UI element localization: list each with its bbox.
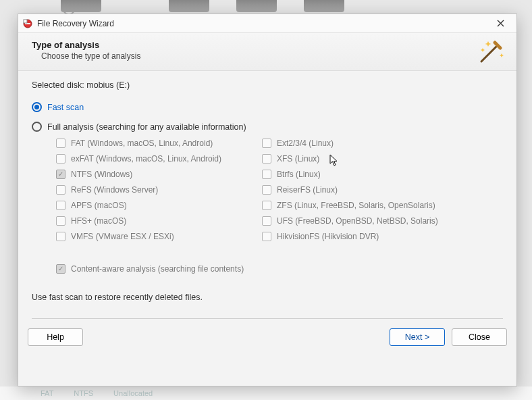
checkbox-icon: [56, 264, 65, 274]
checkbox-icon: [262, 232, 271, 241]
checkbox-label: UFS (FreeBSD, OpenBSD, NetBSD, Solaris): [277, 216, 438, 226]
checkbox-icon: [262, 201, 271, 210]
checkbox-label: HikvisionFS (Hikvision DVR): [277, 232, 379, 241]
checkbox-label: FAT (Windows, macOS, Linux, Android): [71, 139, 213, 148]
checkbox-fs-right-5[interactable]: UFS (FreeBSD, OpenBSD, NetBSD, Solaris): [262, 216, 438, 226]
checkbox-label: Ext2/3/4 (Linux): [277, 139, 334, 148]
svg-rect-2: [24, 20, 27, 23]
checkbox-fs-left-6[interactable]: VMFS (VMware ESX / ESXi): [56, 232, 221, 241]
page-title: Type of analysis: [32, 40, 503, 50]
page-subtitle: Choose the type of analysis: [41, 51, 503, 61]
radio-fast-scan-label: Fast scan: [47, 103, 84, 112]
checkbox-icon: [262, 170, 271, 179]
checkbox-content-aware-label: Content-aware analysis (searching file c…: [71, 264, 244, 274]
checkbox-fs-left-2[interactable]: NTFS (Windows): [56, 170, 221, 179]
checkbox-label: HFS+ (macOS): [71, 216, 126, 226]
checkbox-label: ReFS (Windows Server): [71, 185, 158, 195]
checkbox-content-aware[interactable]: Content-aware analysis (searching file c…: [56, 264, 503, 274]
checkbox-label: ZFS (Linux, FreeBSD, Solaris, OpenSolari…: [277, 201, 435, 210]
checkbox-fs-right-4[interactable]: ZFS (Linux, FreeBSD, Solaris, OpenSolari…: [262, 201, 438, 210]
wizard-wand-icon: [475, 37, 506, 68]
wizard-header: Type of analysis Choose the type of anal…: [18, 33, 516, 71]
checkbox-icon: [262, 139, 271, 148]
checkbox-fs-left-5[interactable]: HFS+ (macOS): [56, 216, 221, 226]
checkbox-icon: [56, 170, 65, 179]
checkbox-label: XFS (Linux): [277, 154, 319, 164]
radio-full-analysis[interactable]: Full analysis (searching for any availab…: [32, 122, 503, 132]
window-title: File Recovery Wizard: [37, 19, 488, 28]
checkbox-label: Btrfs (Linux): [277, 170, 321, 179]
radio-icon: [32, 102, 42, 112]
checkbox-fs-right-1[interactable]: XFS (Linux): [262, 154, 438, 164]
checkbox-fs-right-0[interactable]: Ext2/3/4 (Linux): [262, 139, 438, 148]
checkbox-icon: [262, 154, 271, 164]
checkbox-label: APFS (macOS): [71, 201, 127, 210]
titlebar: File Recovery Wizard: [18, 14, 516, 33]
checkbox-fs-left-4[interactable]: APFS (macOS): [56, 201, 221, 210]
checkbox-icon: [56, 139, 65, 148]
radio-fast-scan[interactable]: Fast scan: [32, 102, 503, 112]
checkbox-icon: [56, 185, 65, 195]
checkbox-icon: [56, 154, 65, 164]
checkbox-label: VMFS (VMware ESX / ESXi): [71, 232, 174, 241]
selected-disk-label: Selected disk: mobius (E:): [32, 80, 503, 90]
checkbox-fs-right-2[interactable]: Btrfs (Linux): [262, 170, 438, 179]
footer: Help Next > Close: [18, 328, 516, 354]
radio-icon: [32, 122, 42, 132]
separator: [32, 318, 503, 319]
checkbox-icon: [56, 201, 65, 210]
hint-text: Use fast scan to restore recently delete…: [32, 293, 503, 302]
checkbox-fs-right-6[interactable]: HikvisionFS (Hikvision DVR): [262, 232, 438, 241]
close-button[interactable]: [488, 15, 512, 32]
checkbox-fs-right-3[interactable]: ReiserFS (Linux): [262, 185, 438, 195]
checkbox-label: ReiserFS (Linux): [277, 185, 338, 195]
checkbox-icon: [262, 216, 271, 226]
checkbox-fs-left-3[interactable]: ReFS (Windows Server): [56, 185, 221, 195]
checkbox-fs-left-1[interactable]: exFAT (Windows, macOS, Linux, Android): [56, 154, 221, 164]
help-button[interactable]: Help: [28, 328, 83, 346]
wizard-dialog: File Recovery Wizard Type of analysis Ch…: [18, 14, 517, 386]
checkbox-icon: [56, 232, 65, 241]
checkbox-label: exFAT (Windows, macOS, Linux, Android): [71, 154, 221, 164]
next-button[interactable]: Next >: [390, 328, 445, 346]
checkbox-icon: [56, 216, 65, 226]
radio-full-analysis-label: Full analysis (searching for any availab…: [47, 122, 246, 132]
checkbox-fs-left-0[interactable]: FAT (Windows, macOS, Linux, Android): [56, 139, 221, 148]
checkbox-icon: [262, 185, 271, 195]
app-icon: [22, 18, 33, 29]
checkbox-label: NTFS (Windows): [71, 170, 132, 179]
close-footer-button[interactable]: Close: [452, 328, 507, 346]
